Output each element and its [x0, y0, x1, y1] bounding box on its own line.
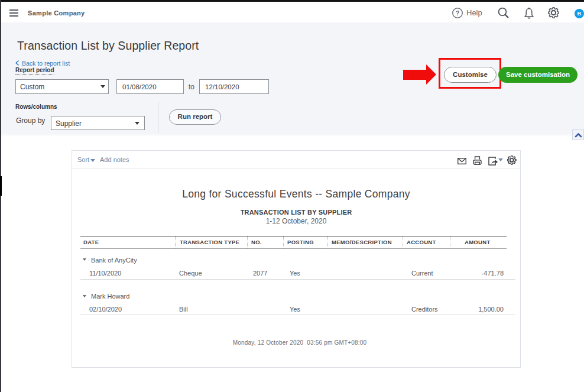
svg-text:?: ?: [456, 9, 459, 17]
